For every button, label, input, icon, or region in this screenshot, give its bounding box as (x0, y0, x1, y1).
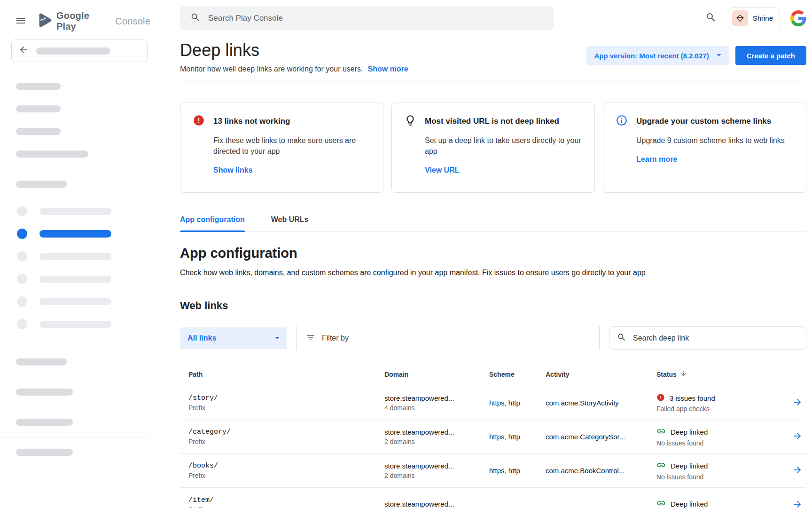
card-body: Upgrade 9 custom scheme links to web lin… (636, 135, 794, 146)
divider (0, 347, 150, 347)
skeleton-circle (17, 229, 27, 239)
deep-link-search-input[interactable] (633, 334, 798, 342)
card-title: 13 links not working (213, 117, 290, 126)
play-console-logo-icon (36, 12, 53, 31)
search-button[interactable] (703, 10, 718, 26)
domain-value: store.steampowered... (384, 500, 484, 508)
page-subtitle: Monitor how well deep links are working … (180, 65, 363, 73)
scheme-value: https, http (489, 433, 546, 441)
row-detail-arrow-button[interactable] (790, 429, 804, 444)
row-detail-arrow-button[interactable] (790, 497, 804, 508)
tab-bar: App configuration Web URLs (180, 215, 806, 231)
status-value: Deep linked (671, 462, 708, 470)
deep-link-search[interactable] (609, 326, 806, 350)
hamburger-icon (15, 15, 26, 28)
skeleton-circle (17, 296, 27, 307)
section-description: Check how web links, domains, and custom… (180, 269, 806, 277)
row-detail-arrow-button[interactable] (790, 463, 804, 478)
back-navigation[interactable] (11, 40, 148, 62)
activity-value: com.acme.BookControl... (546, 467, 656, 475)
row-detail-arrow-button[interactable] (790, 395, 804, 411)
skeleton-bar (16, 151, 88, 158)
deep-link-icon (656, 499, 666, 508)
divider (0, 437, 150, 437)
view-url-link[interactable]: View URL (425, 166, 460, 175)
sidebar-nav-item[interactable] (0, 268, 150, 290)
main-content: Shrine Deep links Monitor how well deep … (150, 0, 812, 508)
global-search[interactable] (180, 6, 554, 30)
card-title: Most visited URL is not deep linked (425, 117, 559, 126)
search-icon (705, 12, 717, 24)
activity-value: com.acme.StoryActivity (546, 399, 656, 407)
domain-value: store.steampowered... (384, 428, 484, 436)
skeleton-bar (16, 83, 61, 90)
divider (0, 377, 150, 377)
divider (0, 407, 150, 407)
sidebar-nav-item[interactable] (0, 245, 150, 268)
tab-web-urls[interactable]: Web URLs (271, 215, 309, 231)
skeleton-bar (16, 181, 67, 188)
create-patch-button[interactable]: Create a patch (735, 46, 806, 65)
sidebar-nav-item[interactable] (0, 290, 150, 313)
path-type: Prefix (188, 404, 380, 412)
column-header-activity: Activity (546, 371, 656, 378)
card-title: Upgrade your custom scheme links (636, 117, 771, 126)
app-version-dropdown[interactable]: App version: Most recent (8.2.027) (586, 46, 728, 65)
global-search-input[interactable] (208, 14, 544, 23)
status-detail: No issues found (656, 473, 783, 481)
status-value: 3 issues found (670, 394, 715, 402)
app-selector-chip[interactable]: Shrine (729, 8, 780, 29)
skeleton-circle (17, 274, 27, 284)
skeleton-bar (16, 449, 73, 456)
divider (0, 169, 150, 169)
error-icon (193, 114, 205, 128)
table-row[interactable]: /books/ Prefix store.steampowered... 2 d… (180, 454, 806, 488)
skeleton-circle (17, 319, 27, 329)
status-detail: No issues found (656, 439, 783, 447)
links-filter-value: All links (187, 334, 216, 342)
skeleton-bar (36, 48, 110, 55)
links-filter-dropdown[interactable]: All links (180, 327, 287, 349)
arrow-forward-icon (792, 431, 803, 443)
show-links-link[interactable]: Show links (213, 166, 253, 175)
filter-by-button[interactable]: Filter by (306, 333, 349, 344)
table-row[interactable]: /item/ Prefix store.steampowered... Deep… (180, 488, 806, 508)
sidebar-nav-item-active[interactable] (0, 222, 150, 245)
skeleton-bar (39, 276, 111, 283)
brand-console: Console (115, 16, 150, 27)
path-type: Prefix (188, 438, 380, 445)
insight-card-upgrade-schemes: Upgrade your custom scheme links Upgrade… (603, 103, 806, 193)
google-account-avatar[interactable] (790, 10, 806, 26)
info-icon (616, 114, 628, 128)
filter-icon (306, 333, 315, 344)
path-value: /books/ (188, 462, 380, 470)
insight-cards: 13 links not working Fix these web links… (180, 103, 806, 193)
table-row[interactable]: /story/ Prefix store.steampowered... 4 d… (180, 386, 806, 420)
path-value: /item/ (188, 496, 380, 504)
show-more-link[interactable]: Show more (368, 65, 408, 73)
column-header-status[interactable]: Status (656, 370, 788, 379)
app-version-label: App version: Most recent (8.2.027) (594, 52, 709, 60)
divider (599, 326, 600, 350)
page-title: Deep links (180, 40, 408, 60)
status-detail: Failed app checks (656, 405, 783, 413)
sort-descending-icon (679, 370, 687, 379)
domain-count: 2 domains (384, 472, 484, 479)
sidebar-nav-item[interactable] (0, 313, 150, 335)
skeleton-bar (39, 321, 111, 328)
table-toolbar: All links Filter by (180, 326, 806, 350)
path-value: /category/ (188, 428, 380, 436)
tab-app-configuration[interactable]: App configuration (180, 215, 245, 231)
status-value: Deep linked (671, 500, 708, 508)
insight-card-links-not-working: 13 links not working Fix these web links… (180, 103, 383, 193)
learn-more-link[interactable]: Learn more (636, 155, 677, 164)
table-header-row: Path Domain Scheme Activity Status (180, 363, 806, 386)
card-body: Fix these web links to make sure users a… (213, 135, 371, 157)
sidebar-nav-item[interactable] (0, 200, 150, 222)
table-row[interactable]: /category/ Prefix store.steampowered... … (180, 420, 806, 454)
search-icon (617, 333, 626, 344)
web-links-table: Path Domain Scheme Activity Status /stor… (180, 363, 806, 508)
menu-button[interactable] (12, 12, 29, 31)
sidebar: Google Play Console (0, 0, 150, 508)
path-value: /story/ (188, 394, 380, 402)
